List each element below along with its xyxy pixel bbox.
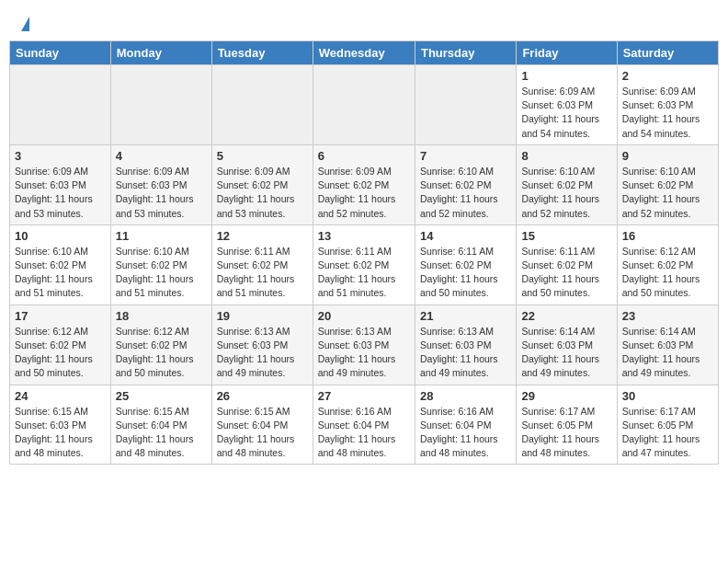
day-number: 2 <box>622 69 713 83</box>
day-number: 27 <box>318 389 410 403</box>
day-info: Sunrise: 6:09 AMSunset: 6:02 PMDaylight:… <box>217 165 308 221</box>
weekday-header-wednesday: Wednesday <box>313 41 415 65</box>
day-number: 6 <box>318 149 410 163</box>
day-number: 1 <box>521 69 611 83</box>
day-number: 5 <box>217 149 308 163</box>
calendar-cell: 23Sunrise: 6:14 AMSunset: 6:03 PMDayligh… <box>617 304 718 385</box>
calendar-cell: 3Sunrise: 6:09 AMSunset: 6:03 PMDaylight… <box>10 144 111 224</box>
day-number: 23 <box>622 309 713 323</box>
day-number: 30 <box>622 389 713 403</box>
day-info: Sunrise: 6:11 AMSunset: 6:02 PMDaylight:… <box>318 245 410 301</box>
calendar-cell: 17Sunrise: 6:12 AMSunset: 6:02 PMDayligh… <box>10 304 111 385</box>
day-info: Sunrise: 6:09 AMSunset: 6:02 PMDaylight:… <box>318 165 410 221</box>
calendar-cell: 7Sunrise: 6:10 AMSunset: 6:02 PMDaylight… <box>415 144 516 224</box>
weekday-header-friday: Friday <box>517 41 617 65</box>
page-header <box>9 9 719 35</box>
day-info: Sunrise: 6:17 AMSunset: 6:05 PMDaylight:… <box>521 405 611 461</box>
weekday-header-tuesday: Tuesday <box>211 41 313 65</box>
calendar-cell: 1Sunrise: 6:09 AMSunset: 6:03 PMDaylight… <box>517 65 617 145</box>
calendar-header-row: SundayMondayTuesdayWednesdayThursdayFrid… <box>10 41 719 65</box>
calendar-cell <box>415 65 516 145</box>
day-info: Sunrise: 6:11 AMSunset: 6:02 PMDaylight:… <box>521 245 611 301</box>
day-number: 26 <box>217 389 308 403</box>
calendar-cell: 4Sunrise: 6:09 AMSunset: 6:03 PMDaylight… <box>110 144 211 224</box>
calendar-cell: 13Sunrise: 6:11 AMSunset: 6:02 PMDayligh… <box>313 224 415 304</box>
logo-triangle-icon <box>21 17 29 31</box>
calendar-week-row: 17Sunrise: 6:12 AMSunset: 6:02 PMDayligh… <box>10 304 719 385</box>
day-number: 17 <box>15 309 106 323</box>
calendar-cell <box>110 65 211 145</box>
day-info: Sunrise: 6:09 AMSunset: 6:03 PMDaylight:… <box>622 85 713 141</box>
day-number: 14 <box>420 229 511 243</box>
day-info: Sunrise: 6:10 AMSunset: 6:02 PMDaylight:… <box>420 165 511 221</box>
calendar-cell: 19Sunrise: 6:13 AMSunset: 6:03 PMDayligh… <box>211 304 313 385</box>
day-number: 3 <box>15 149 106 163</box>
calendar-cell: 10Sunrise: 6:10 AMSunset: 6:02 PMDayligh… <box>10 224 111 304</box>
weekday-header-monday: Monday <box>110 41 211 65</box>
calendar-week-row: 24Sunrise: 6:15 AMSunset: 6:03 PMDayligh… <box>10 385 719 465</box>
day-info: Sunrise: 6:09 AMSunset: 6:03 PMDaylight:… <box>116 165 207 221</box>
day-info: Sunrise: 6:15 AMSunset: 6:03 PMDaylight:… <box>15 405 106 461</box>
calendar-cell: 14Sunrise: 6:11 AMSunset: 6:02 PMDayligh… <box>415 224 516 304</box>
calendar-cell: 21Sunrise: 6:13 AMSunset: 6:03 PMDayligh… <box>415 304 516 385</box>
calendar-cell: 6Sunrise: 6:09 AMSunset: 6:02 PMDaylight… <box>313 144 415 224</box>
day-number: 15 <box>521 229 611 243</box>
calendar-cell: 12Sunrise: 6:11 AMSunset: 6:02 PMDayligh… <box>211 224 313 304</box>
day-number: 10 <box>15 229 106 243</box>
day-number: 16 <box>622 229 713 243</box>
day-info: Sunrise: 6:16 AMSunset: 6:04 PMDaylight:… <box>318 405 410 461</box>
day-number: 20 <box>318 309 410 323</box>
day-info: Sunrise: 6:12 AMSunset: 6:02 PMDaylight:… <box>116 325 207 381</box>
day-number: 9 <box>622 149 713 163</box>
day-number: 18 <box>116 309 207 323</box>
calendar-week-row: 10Sunrise: 6:10 AMSunset: 6:02 PMDayligh… <box>10 224 719 304</box>
day-info: Sunrise: 6:15 AMSunset: 6:04 PMDaylight:… <box>116 405 207 461</box>
day-info: Sunrise: 6:12 AMSunset: 6:02 PMDaylight:… <box>622 245 713 301</box>
calendar-cell: 22Sunrise: 6:14 AMSunset: 6:03 PMDayligh… <box>517 304 617 385</box>
day-number: 13 <box>318 229 410 243</box>
weekday-header-saturday: Saturday <box>617 41 718 65</box>
calendar-cell: 9Sunrise: 6:10 AMSunset: 6:02 PMDaylight… <box>617 144 718 224</box>
day-info: Sunrise: 6:14 AMSunset: 6:03 PMDaylight:… <box>521 325 611 381</box>
day-info: Sunrise: 6:10 AMSunset: 6:02 PMDaylight:… <box>622 165 713 221</box>
calendar-cell: 30Sunrise: 6:17 AMSunset: 6:05 PMDayligh… <box>617 385 718 465</box>
day-number: 4 <box>116 149 207 163</box>
calendar-cell <box>313 65 415 145</box>
weekday-header-sunday: Sunday <box>10 41 111 65</box>
day-number: 24 <box>15 389 106 403</box>
calendar-table: SundayMondayTuesdayWednesdayThursdayFrid… <box>9 40 719 465</box>
calendar-cell <box>211 65 313 145</box>
calendar-cell: 28Sunrise: 6:16 AMSunset: 6:04 PMDayligh… <box>415 385 516 465</box>
day-number: 25 <box>116 389 207 403</box>
day-number: 11 <box>116 229 207 243</box>
day-number: 8 <box>521 149 611 163</box>
day-info: Sunrise: 6:17 AMSunset: 6:05 PMDaylight:… <box>622 405 713 461</box>
calendar-cell: 20Sunrise: 6:13 AMSunset: 6:03 PMDayligh… <box>313 304 415 385</box>
calendar-cell: 18Sunrise: 6:12 AMSunset: 6:02 PMDayligh… <box>110 304 211 385</box>
calendar-cell: 2Sunrise: 6:09 AMSunset: 6:03 PMDaylight… <box>617 65 718 145</box>
calendar-cell: 24Sunrise: 6:15 AMSunset: 6:03 PMDayligh… <box>10 385 111 465</box>
day-info: Sunrise: 6:13 AMSunset: 6:03 PMDaylight:… <box>318 325 410 381</box>
day-info: Sunrise: 6:11 AMSunset: 6:02 PMDaylight:… <box>217 245 308 301</box>
calendar-cell: 5Sunrise: 6:09 AMSunset: 6:02 PMDaylight… <box>211 144 313 224</box>
day-number: 21 <box>420 309 511 323</box>
day-info: Sunrise: 6:09 AMSunset: 6:03 PMDaylight:… <box>15 165 106 221</box>
day-number: 12 <box>217 229 308 243</box>
day-number: 29 <box>521 389 611 403</box>
logo <box>18 17 29 31</box>
day-info: Sunrise: 6:16 AMSunset: 6:04 PMDaylight:… <box>420 405 511 461</box>
day-info: Sunrise: 6:12 AMSunset: 6:02 PMDaylight:… <box>15 325 106 381</box>
day-number: 19 <box>217 309 308 323</box>
day-number: 28 <box>420 389 511 403</box>
day-number: 22 <box>521 309 611 323</box>
day-info: Sunrise: 6:14 AMSunset: 6:03 PMDaylight:… <box>622 325 713 381</box>
day-info: Sunrise: 6:10 AMSunset: 6:02 PMDaylight:… <box>15 245 106 301</box>
day-info: Sunrise: 6:09 AMSunset: 6:03 PMDaylight:… <box>521 85 611 141</box>
calendar-week-row: 1Sunrise: 6:09 AMSunset: 6:03 PMDaylight… <box>10 65 719 145</box>
day-info: Sunrise: 6:10 AMSunset: 6:02 PMDaylight:… <box>521 165 611 221</box>
calendar-cell: 25Sunrise: 6:15 AMSunset: 6:04 PMDayligh… <box>110 385 211 465</box>
calendar-cell: 26Sunrise: 6:15 AMSunset: 6:04 PMDayligh… <box>211 385 313 465</box>
calendar-cell: 29Sunrise: 6:17 AMSunset: 6:05 PMDayligh… <box>517 385 617 465</box>
calendar-cell: 27Sunrise: 6:16 AMSunset: 6:04 PMDayligh… <box>313 385 415 465</box>
calendar-week-row: 3Sunrise: 6:09 AMSunset: 6:03 PMDaylight… <box>10 144 719 224</box>
